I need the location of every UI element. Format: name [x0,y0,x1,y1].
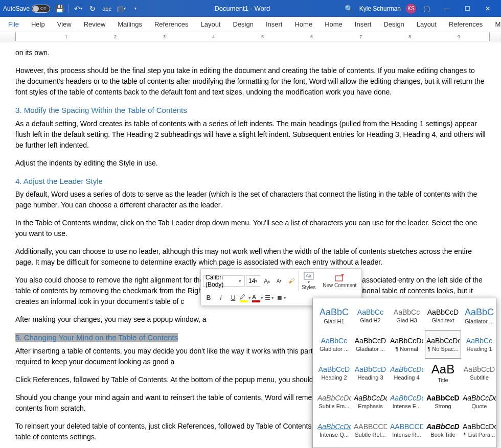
tab-layout[interactable]: Layout [194,18,226,31]
autosave-toggle[interactable]: AutoSave Off [3,5,50,13]
style-preview: AaBbCcD [355,337,386,344]
style-item-heading-3[interactable]: AaBbCcDHeading 3 [352,359,389,387]
font-family-combo[interactable]: Calibri (Body)▾ [203,275,245,287]
tab-mailings[interactable]: Mailings [489,18,501,31]
ruler[interactable]: 123456789 [0,32,501,41]
ruler-tick: 5 [261,34,264,39]
font-color-button[interactable]: A▾ [252,292,263,303]
style-item-subtitle[interactable]: AaBbCcDSubtitle [461,359,497,387]
italic-button[interactable]: I [215,292,226,303]
tab-home[interactable]: Home [288,18,318,31]
style-preview: AaBbCcDc [426,394,460,402]
qat-more-icon[interactable]: ▤▾ [116,4,126,14]
style-item-subtle-em-[interactable]: AaBbCcDcSubtle Em... [316,387,352,416]
styles-button[interactable]: Aa ▾ Styles [298,271,318,291]
highlight-button[interactable]: 🖊▾ [240,292,251,303]
style-item-intense-q-[interactable]: AaBbCcDcIntense Q... [316,416,352,444]
style-item-intense-e-[interactable]: AaBbCcDcIntense E... [389,387,425,416]
tab-view[interactable]: View [51,18,78,31]
ruler-tick: 4 [212,34,215,39]
tab-insert[interactable]: Insert [349,18,378,31]
spellcheck-icon[interactable]: abc [102,4,112,14]
customize-qat-icon[interactable]: ▾ [130,4,141,14]
paragraph[interactable]: Additionally, you can choose to use no l… [15,246,486,268]
style-label: Glad H3 [396,317,417,323]
paragraph[interactable]: By default, Word uses a series of dots t… [15,189,486,210]
undo-icon[interactable]: ↶▾ [73,4,83,14]
paragraph[interactable]: on its own. [15,48,486,58]
style-preview: AaBbCc [321,337,347,344]
minimize-button[interactable]: — [437,1,457,16]
redo-icon[interactable]: ↻ [87,4,98,14]
style-label: Subtle Em... [319,403,350,409]
style-item-emphasis[interactable]: AaBbCcDcEmphasis [352,387,389,416]
style-item-quote[interactable]: AaBbCcDcQuote [461,387,497,416]
style-item-heading-1[interactable]: AaBbCcHeading 1 [461,330,497,359]
svg-text:a: a [309,274,311,278]
style-item-strong[interactable]: AaBbCcDcStrong [425,387,461,416]
tab-review[interactable]: Review [78,18,112,31]
style-preview: AaBbCcD [355,366,386,373]
paragraph[interactable]: As a default setting, Word creates its t… [15,119,486,151]
style-item-title[interactable]: AaBTitle [425,359,461,387]
style-item-heading-4[interactable]: AaBbCcDcHeading 4 [389,359,425,387]
style-item-heading-2[interactable]: AaBbCcDHeading 2 [316,359,352,387]
style-item--list-para-[interactable]: AaBbCcDc¶ List Para... [461,416,497,444]
style-preview: AABBCCDC [390,423,423,430]
style-preview: AaBbCc [394,309,420,316]
new-comment-button[interactable]: New Comment [320,273,359,289]
tab-insert[interactable]: Insert [260,18,289,31]
style-item-subtle-ref-[interactable]: AABBCCDCSubtle Ref... [352,416,389,444]
close-button[interactable]: ✕ [477,1,498,16]
file-tab[interactable]: File [2,18,25,31]
ribbon-display-icon[interactable]: ▢ [421,4,431,14]
tab-mailings[interactable]: Mailings [111,18,148,31]
bullets-button[interactable]: ☰▾ [264,292,276,303]
tab-design[interactable]: Design [377,18,410,31]
ruler-tick: 7 [359,34,362,39]
save-icon[interactable]: 💾 [54,4,64,14]
style-label: Glad text [431,317,454,323]
grow-font-button[interactable]: A▴ [261,275,272,287]
style-item-book-title[interactable]: AaBbCcDcBook Title [425,416,461,444]
font-size-combo[interactable]: 14▾ [246,275,260,287]
style-item-glad-h3[interactable]: AaBbCcGlad H3 [389,301,425,330]
numbering-button[interactable]: ≣▾ [277,292,288,303]
tab-references[interactable]: References [148,18,194,31]
style-item-gladiator-[interactable]: AaBbCcGladiator ... [316,330,352,359]
style-label: Title [438,377,448,383]
style-item-gladiator-[interactable]: AaBbCcDGladiator ... [352,330,389,359]
style-item-glad-h2[interactable]: AaBbCcGlad H2 [352,301,389,330]
style-item-glad-h1[interactable]: AaBbCGlad H1 [316,301,352,330]
tab-design[interactable]: Design [227,18,260,31]
style-item-gladiator-[interactable]: AaBbCGladiator ... [461,301,497,330]
search-icon[interactable]: 🔍 [344,4,354,14]
heading[interactable]: 4. Adjust the Leader Style [15,176,486,187]
paragraph[interactable]: However, this process should be the fina… [15,65,486,98]
maximize-button[interactable]: ☐ [457,1,477,16]
style-preview: AaBbCcDc [463,394,496,402]
shrink-font-button[interactable]: A▾ [274,275,285,287]
svg-rect-3 [335,276,343,281]
heading[interactable]: 3. Modify the Spacing Within the Table o… [15,105,486,116]
style-item-glad-text[interactable]: AaBbCcDGlad text [425,301,461,330]
tab-help[interactable]: Help [25,18,51,31]
tab-layout[interactable]: Layout [411,18,443,31]
tab-home[interactable]: Home [318,18,349,31]
style-label: Book Title [430,432,455,438]
tab-references[interactable]: References [443,18,489,31]
bold-button[interactable]: B [203,292,214,303]
style-item--normal[interactable]: AaBbCcDc¶ Normal [389,330,425,359]
user-name[interactable]: Kyle Schurman [359,5,401,12]
paragraph[interactable]: Adjust the indents by editing the Style … [15,158,486,169]
style-preview: AaBbCcDc [426,423,460,430]
svg-text:A: A [306,273,309,278]
paragraph[interactable]: In the Table of Contents window, click o… [15,218,486,239]
style-preview: AaBbCcDc [317,394,351,402]
style-item-intense-r-[interactable]: AABBCCDCIntense R... [389,416,425,444]
style-item--no-spac-[interactable]: AaBbCcDc¶ No Spac... [425,330,461,359]
format-painter-button[interactable]: 🖌 [286,275,297,287]
style-label: ¶ Normal [395,346,418,352]
underline-button[interactable]: U [227,292,239,303]
user-avatar[interactable]: KS [406,4,416,14]
